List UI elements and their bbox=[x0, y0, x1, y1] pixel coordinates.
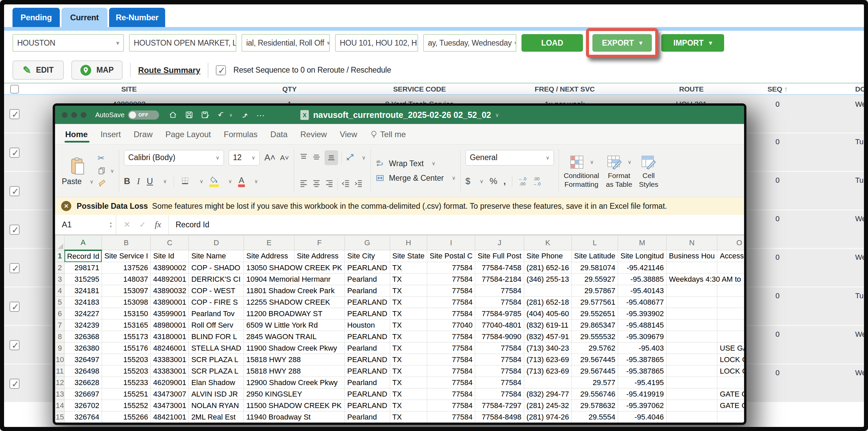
cell-N3[interactable]: Weekdays 4:30 AM to bbox=[666, 274, 744, 285]
cell-I2[interactable]: 77584 bbox=[427, 262, 475, 274]
align-bottom-icon[interactable] bbox=[325, 150, 338, 165]
col-header-E[interactable]: E bbox=[244, 235, 294, 250]
fill-color-button[interactable] bbox=[210, 176, 218, 187]
cell-L3[interactable]: 29.55927 bbox=[571, 274, 618, 285]
cell-N8[interactable] bbox=[666, 331, 717, 343]
cell-E7[interactable]: 6509 W Little York Rd bbox=[244, 320, 345, 331]
cell-O9[interactable]: USE GAT bbox=[717, 343, 744, 354]
export-button[interactable]: EXPORT▾ bbox=[592, 34, 652, 52]
cell-K8[interactable]: (832) 457-91 bbox=[524, 331, 571, 343]
cell-G6[interactable]: PEARLAND bbox=[345, 308, 390, 320]
font-size-select[interactable]: 12∨ bbox=[229, 150, 260, 166]
cell-O11[interactable]: LOCK COD bbox=[717, 365, 744, 377]
cell-E10[interactable]: 15818 HWY 288 bbox=[244, 354, 345, 365]
col-header-N[interactable]: N bbox=[666, 235, 717, 250]
cell-L2[interactable]: 29.581074 bbox=[571, 262, 618, 274]
col-header-C[interactable]: C bbox=[151, 235, 189, 250]
font-color-button[interactable]: A bbox=[239, 176, 244, 187]
row-header-5[interactable]: 5 bbox=[55, 297, 65, 308]
cell-A10[interactable]: 326497 bbox=[65, 354, 102, 365]
cell-H16[interactable]: TX bbox=[390, 423, 427, 424]
cell-B5[interactable]: 153098 bbox=[102, 297, 151, 308]
cell-G7[interactable]: Houston bbox=[345, 320, 390, 331]
cell-A2[interactable]: 298171 bbox=[65, 262, 102, 274]
cell-E15[interactable]: 11940 Broadway St bbox=[244, 411, 345, 423]
format-painter-icon[interactable] bbox=[98, 179, 106, 188]
cell-J5[interactable]: 77584 bbox=[475, 297, 524, 308]
cell-D6[interactable]: Pearland Tov bbox=[189, 308, 244, 320]
cell-A14[interactable]: 326702 bbox=[65, 400, 102, 411]
font-name-select[interactable]: Calibri (Body)∨ bbox=[124, 150, 224, 166]
cell-G14[interactable]: PEARLAND bbox=[345, 400, 390, 411]
decrease-indent-icon[interactable] bbox=[341, 179, 351, 189]
cancel-entry-icon[interactable]: ✕ bbox=[124, 220, 130, 229]
cell-J8[interactable]: 77584-9090 bbox=[475, 331, 524, 343]
cell-G9[interactable]: Pearland bbox=[345, 343, 390, 354]
line-of-business-dropdown[interactable]: ial, Residential, Roll Off▾ bbox=[241, 34, 330, 52]
cell-D12[interactable]: Elan Shadow bbox=[189, 377, 244, 388]
cell-I13[interactable]: 77584 bbox=[427, 388, 475, 400]
cell-O7[interactable] bbox=[717, 320, 744, 331]
cell-H5[interactable]: TX bbox=[390, 297, 427, 308]
col-route[interactable]: ROUTE bbox=[639, 85, 744, 93]
cell-C2[interactable]: 43890002 bbox=[151, 262, 189, 274]
cell-I14[interactable]: 77584 bbox=[427, 400, 475, 411]
col-freq-next-svc[interactable]: FREQ / NEXT SVC bbox=[490, 85, 639, 93]
cell-H14[interactable]: TX bbox=[390, 400, 427, 411]
cell-I10[interactable]: 77584 bbox=[427, 354, 475, 365]
cell-M9[interactable]: -95.403 bbox=[618, 343, 666, 354]
cell-J9[interactable]: 77584 bbox=[475, 343, 524, 354]
cell-M1[interactable]: Site Longitud bbox=[618, 250, 666, 262]
cell-A4[interactable]: 324181 bbox=[65, 285, 102, 297]
cell-C9[interactable]: 48246001 bbox=[151, 343, 189, 354]
cell-D3[interactable]: DERRICK'S CI bbox=[189, 274, 244, 285]
more-commands-icon[interactable]: … bbox=[256, 111, 265, 118]
tab-pending[interactable]: Pending bbox=[12, 8, 60, 27]
cell-K2[interactable]: (281) 652-16 bbox=[524, 262, 571, 274]
cell-H2[interactable]: TX bbox=[390, 262, 427, 274]
cell-O2[interactable] bbox=[717, 262, 744, 274]
row-header-3[interactable]: 3 bbox=[55, 274, 65, 285]
row-header-6[interactable]: 6 bbox=[55, 308, 65, 320]
cell-L7[interactable]: 29.865347 bbox=[571, 320, 618, 331]
cell-C14[interactable]: 43473001 bbox=[151, 400, 189, 411]
cell-G11[interactable]: PEARLAND bbox=[345, 365, 390, 377]
autosave-toggle[interactable]: OFF bbox=[128, 110, 159, 120]
cell-J15[interactable]: 77584-8498 bbox=[475, 411, 524, 423]
cell-E5[interactable]: 12255 SHADOW CREEK bbox=[244, 297, 345, 308]
cell-L11[interactable]: 29.567445 bbox=[571, 365, 618, 377]
cell-O4[interactable] bbox=[717, 285, 744, 297]
cell-I9[interactable]: 77584 bbox=[427, 343, 475, 354]
cell-B7[interactable]: 153165 bbox=[102, 320, 151, 331]
cell-B10[interactable]: 155203 bbox=[102, 354, 151, 365]
tab-re-number[interactable]: Re-Number bbox=[109, 8, 165, 27]
wrap-text-button[interactable]: ab Wrap Text∨ bbox=[376, 159, 456, 168]
cell-G13[interactable]: PEARLAND bbox=[345, 388, 390, 400]
cell-J12[interactable]: 77584 bbox=[475, 377, 524, 388]
cell-E2[interactable]: 13050 SHADOW CREEK PK bbox=[244, 262, 345, 274]
cell-C11[interactable]: 43383001 bbox=[151, 365, 189, 377]
cell-B11[interactable]: 155203 bbox=[102, 365, 151, 377]
conditional-formatting-button[interactable]: ∨ ConditionalFormatting bbox=[564, 153, 599, 189]
cell-D16[interactable]: PEARLAND L bbox=[189, 423, 244, 424]
cell-C13[interactable]: 43473007 bbox=[151, 388, 189, 400]
cell-K14[interactable]: (281) 245-32 bbox=[524, 400, 571, 411]
import-button[interactable]: IMPORT▾ bbox=[661, 34, 724, 52]
increase-font-size-icon[interactable]: A˄ bbox=[264, 152, 276, 163]
italic-button[interactable]: I bbox=[137, 176, 140, 186]
cell-H11[interactable]: TX bbox=[390, 365, 427, 377]
row-checkbox[interactable] bbox=[9, 263, 20, 273]
row-header-11[interactable]: 11 bbox=[55, 365, 65, 377]
cell-E14[interactable]: 11500 SHADOW CREEK PK bbox=[244, 400, 345, 411]
cell-K16[interactable]: (713) 545-60 bbox=[524, 423, 571, 424]
cell-I16[interactable]: 77584 bbox=[427, 423, 475, 424]
chevron-down-icon[interactable]: ∨ bbox=[495, 112, 499, 118]
cell-B3[interactable]: 148037 bbox=[102, 274, 151, 285]
cell-G8[interactable]: PEARLAND bbox=[345, 331, 390, 343]
cell-D14[interactable]: NOLAN RYAN bbox=[189, 400, 244, 411]
cell-O14[interactable]: GATE CO bbox=[717, 400, 744, 411]
cell-K12[interactable] bbox=[524, 377, 571, 388]
cell-H13[interactable]: TX bbox=[390, 388, 427, 400]
cell-E12[interactable]: 12900 Shadow Creek Pkwy bbox=[244, 377, 345, 388]
cell-G10[interactable]: PEARLAND bbox=[345, 354, 390, 365]
